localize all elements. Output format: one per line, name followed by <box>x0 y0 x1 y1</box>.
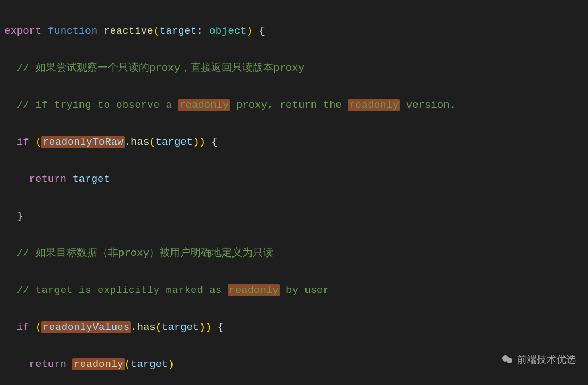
code-line: if (readonlyValues.has(target)) { <box>4 318 584 337</box>
highlight: readonly <box>178 99 230 111</box>
watermark-text: 前端技术优选 <box>517 350 576 369</box>
highlight: readonlyValues <box>41 321 131 333</box>
highlight: readonly <box>348 99 400 111</box>
keyword-return: return <box>29 358 66 370</box>
keyword-function: function <box>48 25 97 37</box>
code-line: // target is explicitly marked as readon… <box>4 281 584 300</box>
code-line: // 如果尝试观察一个只读的proxy，直接返回只读版本proxy <box>4 59 584 77</box>
highlight: readonly <box>72 358 124 370</box>
comment: // target is explicitly marked as readon… <box>17 284 329 296</box>
param-name: target <box>160 25 197 37</box>
code-editor[interactable]: export function reactive(target: object)… <box>0 0 588 385</box>
type-annotation: object <box>209 25 246 37</box>
comment: // if trying to observe a readonly proxy… <box>17 99 456 111</box>
code-line: export function reactive(target: object)… <box>4 22 584 40</box>
method-call: has <box>137 321 155 333</box>
keyword-if: if <box>17 136 29 148</box>
keyword-export: export <box>4 25 41 37</box>
code-line: if (readonlyToRaw.has(target)) { <box>4 133 584 151</box>
code-line: return readonly(target) <box>4 355 584 374</box>
keyword-if: if <box>17 321 29 333</box>
code-line: } <box>4 207 584 225</box>
watermark: 前端技术优选 <box>501 350 576 369</box>
method-call: has <box>131 136 149 148</box>
function-name: reactive <box>103 25 153 37</box>
code-line: // if trying to observe a readonly proxy… <box>4 96 584 114</box>
highlight: readonly <box>228 284 279 296</box>
comment: // 如果尝试观察一个只读的proxy，直接返回只读版本proxy <box>17 62 304 74</box>
svg-point-1 <box>507 358 512 363</box>
code-line: // 如果目标数据（非proxy）被用户明确地定义为只读 <box>4 244 584 262</box>
keyword-return: return <box>29 173 66 185</box>
comment: // 如果目标数据（非proxy）被用户明确地定义为只读 <box>17 247 273 259</box>
highlight: readonlyToRaw <box>41 136 124 148</box>
wechat-icon <box>501 353 514 366</box>
code-line: return target <box>4 170 584 188</box>
